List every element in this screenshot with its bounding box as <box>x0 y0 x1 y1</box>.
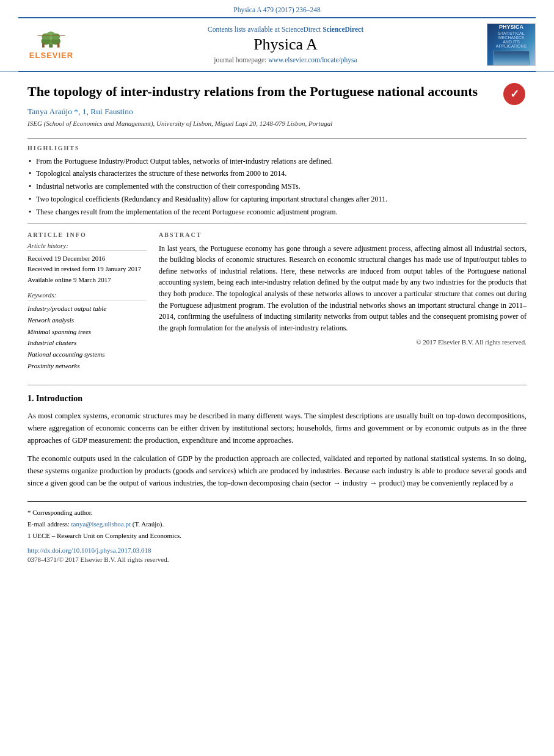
authors-text: Tanya Araújo *, 1, Rui Faustino <box>27 107 133 116</box>
abstract-text: In last years, the Portuguese economy ha… <box>159 243 527 334</box>
journal-homepage: journal homepage: www.elsevier.com/locat… <box>84 56 487 64</box>
email-person: (T. Araújo). <box>133 520 164 528</box>
copyright-line: © 2017 Elsevier B.V. All rights reserved… <box>159 338 527 346</box>
email-label: E-mail address: <box>27 520 70 528</box>
highlight-item-1: From the Portuguese Industry/Product Out… <box>27 156 527 167</box>
highlight-item-3: Industrial networks are complemented wit… <box>27 181 527 192</box>
crossmark-svg: ✓ <box>503 83 525 105</box>
footnote-1-line: 1 UECE – Research Unit on Complexity and… <box>27 530 527 542</box>
article-history-label: Article history: <box>27 242 147 251</box>
abstract-column: ABSTRACT In last years, the Portuguese e… <box>159 231 527 378</box>
header-center: Contents lists available at ScienceDirec… <box>84 26 487 64</box>
intro-heading: 1. Introduction <box>27 394 527 404</box>
crossmark-area: ✓ <box>502 83 527 105</box>
svg-rect-8 <box>57 43 60 48</box>
keyword-5: National accounting systems <box>27 349 147 360</box>
keywords-label: Keywords: <box>27 291 147 300</box>
introduction-section: 1. Introduction As most complex systems,… <box>27 394 527 489</box>
email-note: E-mail address: tanya@iseg.ulisboa.pt (T… <box>27 518 527 530</box>
issn-line: 0378-4371/© 2017 Elsevier B.V. All right… <box>27 556 527 563</box>
keyword-2: Network analysis <box>27 314 147 326</box>
intro-para-2: The economic outputs used in the calcula… <box>27 453 527 489</box>
abstract-label: ABSTRACT <box>159 231 527 238</box>
authors: Tanya Araújo *, 1, Rui Faustino <box>27 107 496 117</box>
content-area: The topology of inter-industry relations… <box>0 72 554 563</box>
citation-text: Physica A 479 (2017) 236–248 <box>233 6 320 13</box>
svg-text:✓: ✓ <box>510 88 519 100</box>
article-info-label: ARTICLE INFO <box>27 231 147 238</box>
journal-name: Physica A <box>253 35 318 53</box>
highlight-item-4: Two topological coefficients (Redundancy… <box>27 194 527 205</box>
footnote1-text: 1 UECE – Research Unit on Complexity and… <box>27 532 181 539</box>
crossmark-icon: ✓ <box>503 83 525 105</box>
intro-para-1: As most complex systems, economic struct… <box>27 410 527 446</box>
divider-2 <box>27 224 527 224</box>
highlights-list: From the Portuguese Industry/Product Out… <box>27 156 527 217</box>
highlight-item-2: Topological analysis characterizes the s… <box>27 169 527 179</box>
journal-header: ELSEVIER Contents lists available at Sci… <box>0 18 554 71</box>
svg-rect-7 <box>42 43 45 48</box>
svg-point-6 <box>52 34 60 40</box>
doi-line[interactable]: http://dx.doi.org/10.1016/j.physa.2017.0… <box>27 547 527 554</box>
sciencedirect-text: Contents lists available at ScienceDirec… <box>208 26 321 33</box>
doi-link[interactable]: http://dx.doi.org/10.1016/j.physa.2017.0… <box>27 547 151 554</box>
article-history-section: Article history: Received 19 December 20… <box>27 242 147 286</box>
keyword-1: Industry/product output table <box>27 303 147 314</box>
article-title: The topology of inter-industry relations… <box>27 83 496 101</box>
highlights-label: HIGHLIGHTS <box>27 145 527 151</box>
keyword-4: Industrial clusters <box>27 337 147 349</box>
article-title-text: The topology of inter-industry relations… <box>27 83 496 127</box>
elsevier-wordmark: ELSEVIER <box>29 51 73 60</box>
homepage-label: journal homepage: <box>214 56 266 64</box>
highlight-item-5: These changes result from the implementa… <box>27 207 527 217</box>
journal-title: Physica A <box>84 35 487 54</box>
keywords-list: Industry/product output table Network an… <box>27 303 147 371</box>
corresponding-author-note: * Corresponding author. <box>27 507 527 518</box>
footnote-area: * Corresponding author. E-mail address: … <box>27 501 527 541</box>
email-link[interactable]: tanya@iseg.ulisboa.pt <box>71 520 131 528</box>
svg-point-5 <box>42 34 50 40</box>
article-info-column: ARTICLE INFO Article history: Received 1… <box>27 231 147 378</box>
keywords-section: Keywords: Industry/product output table … <box>27 291 147 371</box>
keyword-3: Minimal spanning trees <box>27 326 147 338</box>
available-date: Available online 9 March 2017 <box>27 275 147 286</box>
divider-1 <box>27 138 527 139</box>
elsevier-logo: ELSEVIER <box>18 26 84 63</box>
elsevier-tree-icon <box>33 26 70 49</box>
highlights-section: HIGHLIGHTS From the Portuguese Industry/… <box>27 145 527 217</box>
sciencedirect-link: Contents lists available at ScienceDirec… <box>84 26 487 33</box>
received-date: Received 19 December 2016 <box>27 253 147 264</box>
corresponding-text: * Corresponding author. <box>27 509 93 516</box>
homepage-url[interactable]: www.elsevier.com/locate/physa <box>268 56 357 64</box>
two-column-section: ARTICLE INFO Article history: Received 1… <box>27 231 527 378</box>
journal-cover-image: PHYSICA STATISTICAL MECHANICSAND ITS APP… <box>487 23 536 66</box>
revised-date: Received in revised form 19 January 2017 <box>27 264 147 275</box>
article-title-section: The topology of inter-industry relations… <box>27 72 527 133</box>
citation-line: Physica A 479 (2017) 236–248 <box>0 0 554 17</box>
affiliation: ISEG (School of Economics and Management… <box>27 120 496 127</box>
divider-3 <box>27 385 527 385</box>
keyword-6: Proximity networks <box>27 360 147 372</box>
